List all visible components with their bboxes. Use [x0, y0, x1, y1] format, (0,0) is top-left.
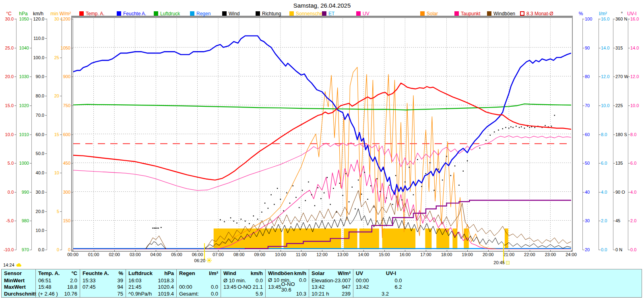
row-label: Sensor	[4, 271, 22, 276]
axis-tick-label-windspeed: 30.0	[27, 190, 44, 194]
axis-tick-label-windspeed: 100.0	[27, 55, 44, 60]
axis-tick	[613, 106, 615, 106]
axis-tick-label-rain: 16.0	[601, 17, 609, 21]
axis-header-uvindex: UV-I	[627, 11, 636, 17]
axis-tick-label-temperature: -10.0	[0, 248, 14, 252]
axis-tick-label-sunshine: 20	[42, 94, 59, 98]
axis-tick-label-windspeed: 0.0	[27, 248, 44, 252]
cell-time: ^0.9hPa/h	[128, 291, 152, 297]
axis-tick	[30, 221, 31, 221]
table-column-uv: UVUV-I00:000.013:426.23.2	[353, 269, 642, 297]
x-axis-label: 19:00	[458, 252, 476, 257]
table-cell-row: Windkm/h	[223, 270, 263, 277]
axis-tick	[628, 77, 630, 77]
legend-item-luftdruck: Luftdruck	[154, 11, 180, 16]
axis-tick	[613, 221, 615, 221]
axis-tick-label-radiation: 0	[54, 248, 70, 252]
legend-item-temp-a-: Temp. A.	[79, 11, 105, 16]
legend-color-swatch	[154, 11, 158, 16]
chart-title: Samstag, 26.04.2025	[73, 2, 571, 9]
axis-tick-label-direction: 45	[615, 219, 620, 223]
axis-tick-label-rain: 0.0	[601, 248, 607, 252]
table-cell-row: UVUV-I	[356, 270, 639, 277]
cell-value: 2.0	[70, 278, 77, 284]
legend-label: 8.3 Monat-Ø	[526, 11, 553, 17]
axis-tick	[628, 48, 630, 48]
x-axis-label: 02:00	[105, 252, 123, 257]
column-unit: l/m²	[209, 271, 218, 276]
axis-tick	[599, 135, 601, 135]
x-axis-label: 11:00	[292, 252, 310, 257]
x-axis-label: 00:00	[64, 252, 82, 257]
axis-tick-label-pressure: 1040	[12, 46, 29, 50]
axis-tick-label-direction: 315	[615, 46, 623, 50]
axis-tick-label-uvindex: 0.0	[630, 248, 636, 252]
axis-tick-label-windspeed: 120.0	[27, 17, 44, 21]
legend-label: Wind	[229, 11, 239, 17]
legend-color-swatch	[117, 11, 121, 16]
x-axis-tick	[467, 250, 468, 252]
cell-value: 947	[342, 284, 351, 290]
table-cell-row: 5.9	[223, 290, 263, 297]
cell-value: 5.9	[256, 291, 263, 297]
weather-chart	[73, 19, 571, 249]
axis-tick-label-uvindex: 4.0	[630, 190, 636, 194]
table-cell-row: Feuchte A.%	[83, 270, 123, 277]
axis-tick	[613, 19, 615, 19]
sunrise-time-label: 06:20	[194, 258, 212, 263]
table-column-sensor: SensorMinWertMaxWertDurchschnitt	[2, 269, 35, 297]
table-column-wind: Windkm/hØ 10 min.0.013:45O-NO 21.15.9	[221, 269, 265, 297]
axis-tick-label-humidity: 20	[585, 248, 590, 252]
x-axis-label: 22:00	[521, 252, 539, 257]
x-axis-tick	[384, 250, 385, 252]
axis-tick-label-uvindex: 10.0	[630, 103, 639, 108]
cell-time: 00:00	[179, 284, 192, 290]
axis-tick	[583, 163, 584, 163]
axis-tick-label-uvindex: 2.0	[630, 219, 636, 223]
cell-value: 1018.3	[158, 278, 174, 284]
cell-value: 6.2	[376, 284, 402, 290]
table-column-solar: SolarW/m²Elevation-23.00713:4294710:21 h…	[309, 269, 353, 297]
table-cell-row: 15:3339	[83, 277, 123, 284]
legend-item-et: ET	[322, 11, 334, 16]
cell-value: 3.2	[363, 291, 389, 297]
axis-tick-label-temperature: 15.0	[0, 103, 14, 108]
axis-tick-label-temperature: 25.0	[0, 46, 14, 50]
legend-color-swatch	[356, 11, 361, 16]
axis-tick-label-radiation: 750	[54, 103, 70, 108]
column-unit: hPa	[164, 271, 174, 276]
axis-tick	[599, 77, 601, 77]
axis-tick-label-pressure: 990	[12, 190, 29, 194]
axis-tick	[583, 192, 584, 192]
axis-tick-label-humidity: 80	[585, 74, 590, 79]
table-column-feuchte-a-: Feuchte A.%15:333907:459475	[80, 269, 126, 297]
axis-tick	[60, 96, 62, 96]
axis-tick	[583, 221, 584, 221]
axis-tick	[599, 48, 601, 48]
axis-tick	[628, 106, 630, 106]
axis-tick-label-direction: 135	[615, 161, 623, 166]
x-axis-label: 21:00	[500, 252, 518, 257]
axis-tick-label-radiation: 1200	[54, 17, 70, 21]
table-column-temp-a-: Temp. A.°C06:512.015:4818.8(+ 2.46 )10.7…	[35, 269, 80, 297]
row-label: MinWert	[4, 278, 25, 284]
x-axis-label: 16:00	[396, 252, 414, 257]
sunset-icon	[506, 261, 510, 265]
axis-header-rain: l/m²	[599, 11, 607, 17]
row-label: Durchschnitt	[4, 291, 36, 297]
column-unit: °C	[71, 271, 77, 276]
legend-item-feuchte-a-: Feuchte A.	[117, 11, 146, 16]
x-axis-label: 01:00	[85, 252, 103, 257]
axis-tick	[613, 192, 615, 192]
x-axis-tick	[156, 250, 156, 252]
legend-item-8-3-monat-: 8.3 Monat-Ø	[520, 11, 553, 16]
table-cell-row: 00:000.0	[356, 277, 639, 284]
x-axis-tick	[343, 250, 343, 252]
axis-tick	[71, 106, 73, 106]
axis-tick	[71, 48, 73, 48]
axis-tick-label-humidity: 100	[585, 17, 592, 21]
chart-svg	[73, 19, 571, 249]
x-axis-tick	[530, 250, 530, 252]
column-unit: W/m²	[338, 271, 351, 276]
axis-tick	[71, 135, 73, 135]
